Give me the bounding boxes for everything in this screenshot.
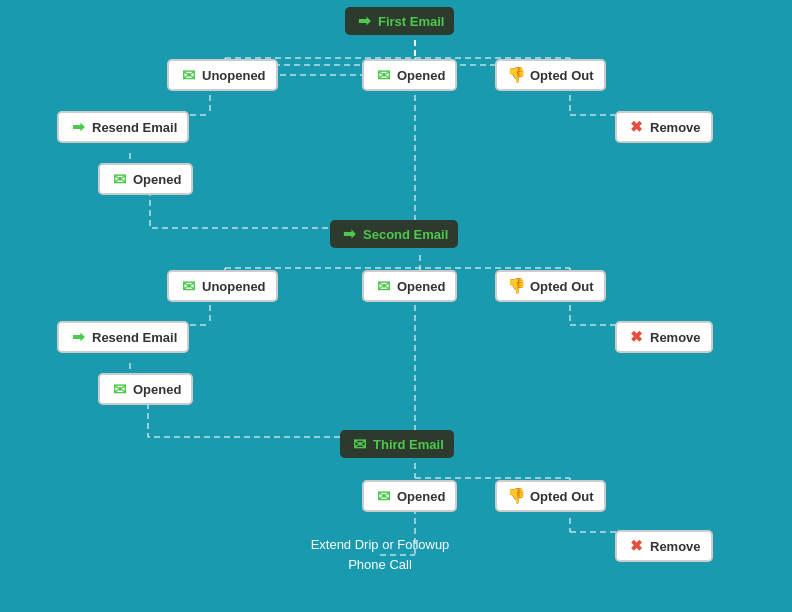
opened1a-node[interactable]: ✉ Opened (362, 59, 457, 91)
opened2a-node[interactable]: ✉ Opened (362, 270, 457, 302)
third-email-node[interactable]: ✉ Third Email (340, 430, 454, 458)
arrow-right-icon: ➡ (355, 12, 373, 30)
opened3-node[interactable]: ✉ Opened (362, 480, 457, 512)
unopened1-node[interactable]: ✉ Unopened (167, 59, 278, 91)
remove1-label: Remove (650, 120, 701, 135)
second-email-node[interactable]: ➡ Second Email (330, 220, 458, 248)
resend-email2-node[interactable]: ➡ Resend Email (57, 321, 189, 353)
opted-out1-label: Opted Out (530, 68, 594, 83)
mail5-icon: ✉ (110, 380, 128, 398)
opted-out2-node[interactable]: 👎 Opted Out (495, 270, 606, 302)
unopened2-node[interactable]: ✉ Unopened (167, 270, 278, 302)
opted-out1-node[interactable]: 👎 Opted Out (495, 59, 606, 91)
second-email-label: Second Email (363, 227, 448, 242)
mail3-icon: ✉ (179, 277, 197, 295)
opened1a-label: Opened (397, 68, 445, 83)
mail-icon: ✉ (179, 66, 197, 84)
remove-icon: ✖ (627, 118, 645, 136)
unopened2-label: Unopened (202, 279, 266, 294)
remove3-icon: ✖ (627, 537, 645, 555)
mail4-icon: ✉ (374, 277, 392, 295)
opened1b-node[interactable]: ✉ Opened (98, 163, 193, 195)
first-email-node[interactable]: ➡ First Email (345, 7, 454, 35)
resend2-icon: ➡ (69, 328, 87, 346)
remove2-label: Remove (650, 330, 701, 345)
resend-email2-label: Resend Email (92, 330, 177, 345)
extend-drip-label: Extend Drip or Followup Phone Call (311, 537, 450, 572)
remove3-node[interactable]: ✖ Remove (615, 530, 713, 562)
opened3-label: Opened (397, 489, 445, 504)
resend-email1-node[interactable]: ➡ Resend Email (57, 111, 189, 143)
remove2-node[interactable]: ✖ Remove (615, 321, 713, 353)
resend-email1-label: Resend Email (92, 120, 177, 135)
thumbdown-icon: 👎 (507, 66, 525, 84)
mail7-icon: ✉ (374, 487, 392, 505)
mail-open2-icon: ✉ (110, 170, 128, 188)
mail6-icon: ✉ (350, 435, 368, 453)
thumbdown3-icon: 👎 (507, 487, 525, 505)
arrow-right2-icon: ➡ (340, 225, 358, 243)
extend-drip-node: Extend Drip or Followup Phone Call (310, 535, 450, 574)
opened2b-label: Opened (133, 382, 181, 397)
unopened1-label: Unopened (202, 68, 266, 83)
thumbdown2-icon: 👎 (507, 277, 525, 295)
mail-open-icon: ✉ (374, 66, 392, 84)
third-email-label: Third Email (373, 437, 444, 452)
opened1b-label: Opened (133, 172, 181, 187)
remove2-icon: ✖ (627, 328, 645, 346)
first-email-label: First Email (378, 14, 444, 29)
resend-icon: ➡ (69, 118, 87, 136)
opted-out2-label: Opted Out (530, 279, 594, 294)
opted-out3-label: Opted Out (530, 489, 594, 504)
opened2b-node[interactable]: ✉ Opened (98, 373, 193, 405)
opened2a-label: Opened (397, 279, 445, 294)
remove1-node[interactable]: ✖ Remove (615, 111, 713, 143)
remove3-label: Remove (650, 539, 701, 554)
opted-out3-node[interactable]: 👎 Opted Out (495, 480, 606, 512)
